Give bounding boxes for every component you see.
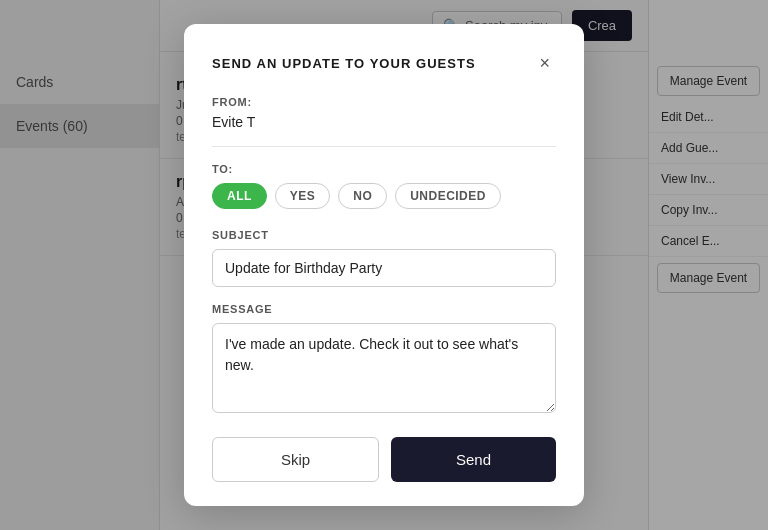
to-label: To: — [212, 163, 556, 175]
skip-button[interactable]: Skip — [212, 437, 379, 482]
divider-1 — [212, 146, 556, 147]
message-textarea[interactable] — [212, 323, 556, 413]
modal-overlay: Send an Update to Your Guests × From: Ev… — [0, 0, 768, 530]
to-no-button[interactable]: No — [338, 183, 387, 209]
message-label: Message — [212, 303, 556, 315]
from-field: From: Evite T — [212, 96, 556, 130]
to-all-button[interactable]: All — [212, 183, 267, 209]
subject-label: Subject — [212, 229, 556, 241]
modal-actions: Skip Send — [212, 437, 556, 482]
modal-title: Send an Update to Your Guests — [212, 56, 476, 71]
send-update-modal: Send an Update to Your Guests × From: Ev… — [184, 24, 584, 506]
to-yes-button[interactable]: Yes — [275, 183, 330, 209]
from-label: From: — [212, 96, 556, 108]
modal-header: Send an Update to Your Guests × — [212, 52, 556, 74]
to-undecided-button[interactable]: Undecided — [395, 183, 501, 209]
to-section: To: All Yes No Undecided — [212, 163, 556, 209]
modal-close-button[interactable]: × — [533, 52, 556, 74]
subject-input[interactable] — [212, 249, 556, 287]
send-button[interactable]: Send — [391, 437, 556, 482]
to-buttons: All Yes No Undecided — [212, 183, 556, 209]
from-value: Evite T — [212, 114, 556, 130]
